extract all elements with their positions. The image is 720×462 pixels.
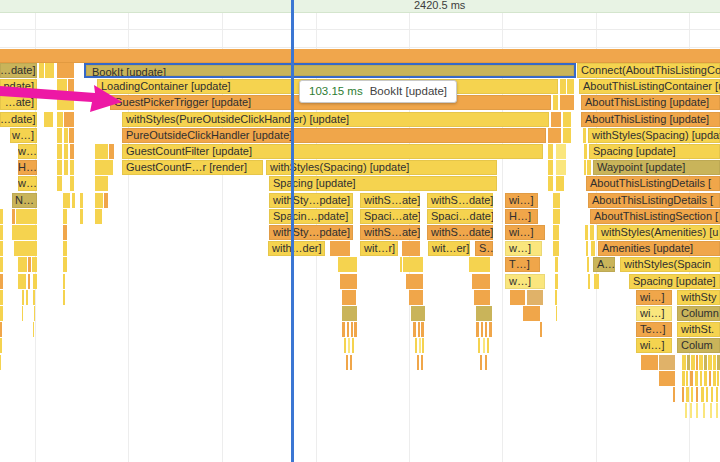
flame-bar-filler[interactable] bbox=[57, 176, 62, 191]
flame-bar-filler[interactable] bbox=[33, 290, 35, 305]
flame-bar-filler[interactable] bbox=[476, 322, 479, 337]
flame-bar-filler[interactable] bbox=[344, 338, 346, 353]
flame-bar-filler[interactable] bbox=[563, 112, 571, 127]
flame-bar-filler[interactable] bbox=[584, 160, 586, 175]
flame-bar-filler[interactable] bbox=[342, 290, 356, 305]
flame-bar-filler[interactable] bbox=[548, 128, 561, 143]
flame-bar-filler[interactable] bbox=[717, 371, 719, 386]
flame-bar-filler[interactable] bbox=[691, 387, 693, 402]
flame-bar-filler[interactable] bbox=[682, 371, 685, 386]
flame-bar-filler[interactable] bbox=[510, 290, 525, 305]
flame-bar-filler[interactable] bbox=[587, 160, 591, 175]
flame-bar[interactable]: withSty bbox=[677, 290, 720, 305]
flame-bar[interactable]: wi…] bbox=[505, 225, 545, 240]
flame-bar[interactable]: N… bbox=[12, 193, 37, 208]
flame-bar-filler[interactable] bbox=[472, 274, 490, 289]
flame-bar-filler[interactable] bbox=[403, 257, 423, 272]
flame-bar-filler[interactable] bbox=[696, 355, 698, 370]
flame-bar[interactable]: w…] bbox=[505, 241, 542, 256]
flame-bar-filler[interactable] bbox=[527, 290, 543, 305]
flame-bar-filler[interactable] bbox=[682, 355, 686, 370]
flame-bar-filler[interactable] bbox=[691, 355, 695, 370]
flame-bar-filler[interactable] bbox=[33, 322, 34, 337]
flame-bar-filler[interactable] bbox=[553, 225, 559, 240]
flame-bar-filler[interactable] bbox=[95, 144, 108, 159]
flame-bar-filler[interactable] bbox=[701, 387, 704, 402]
flame-bar[interactable]: withS…date] bbox=[427, 225, 493, 240]
flame-bar-filler[interactable] bbox=[340, 274, 357, 289]
flame-bar-filler[interactable] bbox=[421, 322, 424, 337]
flame-bar-filler[interactable] bbox=[590, 225, 594, 240]
flame-bar-filler[interactable] bbox=[556, 306, 557, 321]
flame-bar-filler[interactable] bbox=[64, 144, 68, 159]
flame-bar-filler[interactable] bbox=[44, 112, 53, 127]
flame-bar-filler[interactable] bbox=[95, 209, 102, 224]
flame-bar-filler[interactable] bbox=[348, 338, 350, 353]
flame-bar-filler[interactable] bbox=[0, 355, 1, 370]
flame-bar-filler[interactable] bbox=[489, 322, 492, 337]
flame-bar[interactable]: …ate] bbox=[0, 95, 37, 110]
flame-bar-filler[interactable] bbox=[699, 355, 703, 370]
flame-bar-filler[interactable] bbox=[548, 176, 553, 191]
flame-bar-filler[interactable] bbox=[556, 176, 564, 191]
flame-bar-filler[interactable] bbox=[57, 144, 62, 159]
flame-bar[interactable]: withS…ate] bbox=[360, 193, 420, 208]
flame-bar-filler[interactable] bbox=[95, 176, 108, 191]
flame-bar-filler[interactable] bbox=[555, 257, 558, 272]
flame-bar-filler[interactable] bbox=[346, 355, 348, 370]
flame-bar-filler[interactable] bbox=[553, 241, 559, 256]
flame-bar[interactable]: Spaci…date] bbox=[427, 209, 493, 224]
flame-bar[interactable]: GuestCountFilter [update] bbox=[122, 144, 543, 159]
flame-bar[interactable]: AboutThisListingDetails [ bbox=[588, 193, 720, 208]
flame-bar-filler[interactable] bbox=[700, 371, 702, 386]
flame-bar-filler[interactable] bbox=[682, 387, 684, 402]
flame-bar-filler[interactable] bbox=[33, 274, 37, 289]
flame-bar-filler[interactable] bbox=[64, 160, 68, 175]
flame-bar-filler[interactable] bbox=[591, 241, 595, 256]
flame-bar-filler[interactable] bbox=[409, 290, 423, 305]
flame-bar[interactable]: Connect(AboutThisListingCon bbox=[577, 63, 720, 78]
flame-bar-filler[interactable] bbox=[476, 306, 492, 321]
flame-bar-filler[interactable] bbox=[95, 193, 103, 208]
flame-bar-filler[interactable] bbox=[34, 306, 35, 321]
flame-bar-filler[interactable] bbox=[352, 338, 354, 353]
flame-bar-filler[interactable] bbox=[417, 355, 419, 370]
flame-bar-filler[interactable] bbox=[57, 63, 74, 78]
flame-bar[interactable]: PureOutsideClickHandler [update] bbox=[122, 128, 546, 143]
flame-bar-filler[interactable] bbox=[0, 322, 2, 337]
flame-bar[interactable]: BookIt [update] bbox=[84, 63, 576, 78]
flame-bar-filler[interactable] bbox=[26, 290, 28, 305]
flame-bar[interactable]: AboutThisListingSection [ bbox=[590, 209, 720, 224]
flame-bar-filler[interactable] bbox=[0, 338, 2, 353]
flame-bar-filler[interactable] bbox=[567, 79, 574, 94]
flame-bar-filler[interactable] bbox=[421, 355, 423, 370]
flame-bar-filler[interactable] bbox=[22, 306, 23, 321]
flame-bar-filler[interactable] bbox=[584, 144, 587, 159]
flame-bar[interactable]: GuestCountF…r [render] bbox=[122, 160, 263, 175]
flame-bar-filler[interactable] bbox=[39, 63, 44, 78]
flame-bar-filler[interactable] bbox=[57, 160, 62, 175]
flame-bar-filler[interactable] bbox=[342, 322, 345, 337]
flame-bar[interactable]: Spacing [update] bbox=[269, 176, 497, 191]
flame-bar-filler[interactable] bbox=[63, 274, 65, 289]
flame-bar[interactable]: H… bbox=[18, 160, 37, 175]
flame-bar-filler[interactable] bbox=[70, 160, 74, 175]
flame-bar-filler[interactable] bbox=[483, 338, 485, 353]
flame-bar[interactable]: w… bbox=[18, 144, 37, 159]
flame-bar-filler[interactable] bbox=[553, 209, 560, 224]
flame-bar-filler[interactable] bbox=[685, 403, 687, 418]
flame-bar[interactable]: withStyles(PureOutsideClickHandler) [upd… bbox=[122, 112, 549, 127]
flame-bar-filler[interactable] bbox=[594, 274, 599, 289]
flame-bar-filler[interactable] bbox=[63, 257, 67, 272]
flame-bar[interactable]: Spacing [update] bbox=[589, 144, 720, 159]
flame-bar[interactable]: wi…] bbox=[636, 290, 672, 305]
flame-bar-filler[interactable] bbox=[330, 241, 350, 256]
flame-bar-filler[interactable] bbox=[560, 95, 574, 110]
flame-bar-filler[interactable] bbox=[583, 128, 586, 143]
flame-bar-filler[interactable] bbox=[555, 274, 558, 289]
flame-bar-filler[interactable] bbox=[556, 160, 566, 175]
flame-bar-filler[interactable] bbox=[45, 63, 54, 78]
flame-bar-filler[interactable] bbox=[480, 355, 482, 370]
flame-bar-filler[interactable] bbox=[560, 79, 566, 94]
flame-bar-filler[interactable] bbox=[696, 387, 698, 402]
